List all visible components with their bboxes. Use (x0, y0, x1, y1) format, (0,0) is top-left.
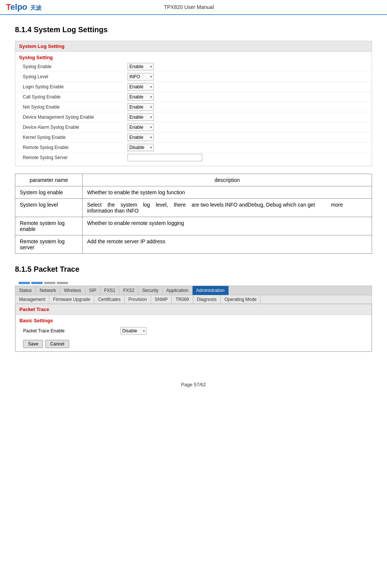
dash-3 (44, 282, 55, 284)
packet-trace-panel: Packet Trace Basic Settings Packet Trace… (15, 304, 372, 351)
nav-container: Status Network Wireless SIP FXS1 FXS2 Se… (15, 286, 372, 352)
desc-cell: Add the remote server IP address (83, 235, 372, 254)
control-kernel-syslog[interactable]: EnableDisable (128, 134, 368, 141)
subtab-tr069[interactable]: TR069 (172, 295, 193, 304)
table-row: Remote system log server Add the remote … (15, 235, 372, 254)
control-packet-trace-enable[interactable]: EnableDisable (120, 327, 368, 335)
cancel-button[interactable]: Cancel (45, 340, 69, 348)
form-row-remote-syslog-server: Remote Syslog Server (15, 153, 372, 166)
select-kernel-syslog[interactable]: EnableDisable (128, 134, 154, 141)
select-login-syslog[interactable]: EnableDisable (128, 83, 154, 91)
img-top-bar (15, 280, 372, 286)
subtab-diagnosis[interactable]: Diagnosis (193, 295, 221, 304)
packet-subsection-title: Basic Settings (16, 315, 371, 325)
section-heading-2: 8.1.5 Packet Trace (15, 265, 372, 274)
desc-cell: Select the system log level, there are t… (83, 199, 372, 217)
control-call-syslog[interactable]: EnableDisable (128, 93, 368, 101)
label-packet-trace-enable: Packet Trace Enable (23, 328, 120, 333)
form-row-remote-syslog-enable: Remote Syslog Enable EnableDisable (15, 143, 372, 153)
tab-fxs1[interactable]: FXS1 (100, 286, 119, 295)
select-devmgmt-syslog[interactable]: EnableDisable (128, 113, 154, 121)
control-remote-syslog-server[interactable] (128, 154, 368, 161)
section-heading-1: 8.1.4 System Log Settings (15, 25, 372, 34)
form-row-net-syslog: Net Syslog Enable EnableDisable (15, 102, 372, 112)
form-row-call-syslog: Call Syslog Enable EnableDisable (15, 92, 372, 102)
table-row: System log level Select the system log l… (15, 199, 372, 217)
select-call-syslog[interactable]: EnableDisable (128, 93, 154, 101)
packet-trace-panel-title: Packet Trace (16, 304, 371, 315)
control-login-syslog[interactable]: EnableDisable (128, 83, 368, 91)
subtab-provision[interactable]: Provision (125, 295, 151, 304)
dash-4 (57, 282, 68, 284)
input-remote-syslog-server[interactable] (128, 154, 202, 161)
form-row-syslog-level: Syslog Level INFODebug (15, 72, 372, 82)
tab-security[interactable]: Security (138, 286, 162, 295)
desc-cell: Whether to enable the system log functio… (83, 186, 372, 199)
nav-subtabs-row: Management Firmware Upgrade Certificates… (15, 295, 372, 304)
dash-2 (31, 282, 43, 284)
select-net-syslog[interactable]: EnableDisable (128, 103, 154, 111)
dash-1 (19, 282, 30, 284)
label-remote-syslog-server: Remote Syslog Server (23, 155, 128, 160)
system-log-panel-title: System Log Setting (15, 41, 372, 52)
table-row: Remote system log enable Whether to enab… (15, 217, 372, 235)
nav-tabs-row: Status Network Wireless SIP FXS1 FXS2 Se… (15, 286, 372, 295)
description-table: parameter name description System log en… (15, 174, 372, 254)
form-row-kernel-syslog: Kernel Syslog Enable EnableDisable (15, 132, 372, 143)
form-row-syslog-enable: Syslog Enable EnableDisable (15, 62, 372, 72)
control-syslog-level[interactable]: INFODebug (128, 73, 368, 80)
select-syslog-enable[interactable]: EnableDisable (128, 63, 154, 70)
control-devalarm-syslog[interactable]: EnableDisable (128, 124, 368, 131)
tab-status[interactable]: Status (15, 286, 36, 295)
param-cell: System log level (15, 199, 83, 217)
tab-sip[interactable]: SIP (85, 286, 100, 295)
tab-wireless[interactable]: Wireless (60, 286, 85, 295)
desc-cell: Whether to enable remote system logging (83, 217, 372, 235)
system-log-panel: System Log Setting Syslog Setting Syslog… (15, 41, 372, 166)
param-cell: Remote system log server (15, 235, 83, 254)
label-devmgmt-syslog: Device Management Syslog Enable (23, 115, 128, 120)
control-syslog-enable[interactable]: EnableDisable (128, 63, 368, 70)
main-content: 8.1.4 System Log Settings System Log Set… (0, 15, 387, 359)
control-remote-syslog-enable[interactable]: EnableDisable (128, 144, 368, 151)
subtab-firmware-upgrade[interactable]: Firmware Upgrade (49, 295, 94, 304)
label-call-syslog: Call Syslog Enable (23, 94, 128, 100)
label-login-syslog: Login Syslog Enable (23, 84, 128, 89)
tab-network[interactable]: Network (36, 286, 60, 295)
form-row-devmgmt-syslog: Device Management Syslog Enable EnableDi… (15, 112, 372, 122)
label-remote-syslog-enable: Remote Syslog Enable (23, 145, 128, 150)
save-button[interactable]: Save (23, 340, 43, 348)
select-packet-trace-enable[interactable]: EnableDisable (120, 327, 147, 335)
subtab-certificates[interactable]: Certificates (94, 295, 125, 304)
control-devmgmt-syslog[interactable]: EnableDisable (128, 113, 368, 121)
tab-fxs2[interactable]: FXS2 (119, 286, 138, 295)
tab-application[interactable]: Application (163, 286, 193, 295)
param-cell: Remote system log enable (15, 217, 83, 235)
select-devalarm-syslog[interactable]: EnableDisable (128, 124, 154, 131)
label-syslog-enable: Syslog Enable (23, 64, 128, 69)
tab-administration[interactable]: Administration (193, 286, 229, 295)
logo-area: Telpo 天波 (6, 2, 42, 12)
packet-form-row: Packet Trace Enable EnableDisable (16, 325, 371, 337)
select-remote-syslog-enable[interactable]: EnableDisable (128, 144, 154, 151)
syslog-subsection-title: Syslog Setting (15, 52, 372, 62)
col-header-param: parameter name (15, 174, 83, 186)
table-row: System log enable Whether to enable the … (15, 186, 372, 199)
col-header-desc: description (83, 174, 372, 186)
page-number: Page 57/62 (181, 382, 206, 387)
subtab-snmp[interactable]: SNMP (151, 295, 172, 304)
header-title: TPX820 User Manual (42, 4, 336, 10)
subtab-operating-mode[interactable]: Operating Mode (221, 295, 261, 304)
subtab-management[interactable]: Management (15, 295, 49, 304)
logo-text: Telpo 天波 (6, 2, 42, 12)
select-syslog-level[interactable]: INFODebug (128, 73, 154, 80)
label-kernel-syslog: Kernel Syslog Enable (23, 135, 128, 140)
control-net-syslog[interactable]: EnableDisable (128, 103, 368, 111)
packet-buttons: Save Cancel (16, 337, 371, 351)
label-net-syslog: Net Syslog Enable (23, 104, 128, 110)
label-devalarm-syslog: Device Alarm Syslog Enable (23, 125, 128, 130)
page-header: Telpo 天波 TPX820 User Manual (0, 0, 387, 15)
page-footer: Page 57/62 (0, 374, 387, 395)
param-cell: System log enable (15, 186, 83, 199)
form-row-devalarm-syslog: Device Alarm Syslog Enable EnableDisable (15, 122, 372, 132)
